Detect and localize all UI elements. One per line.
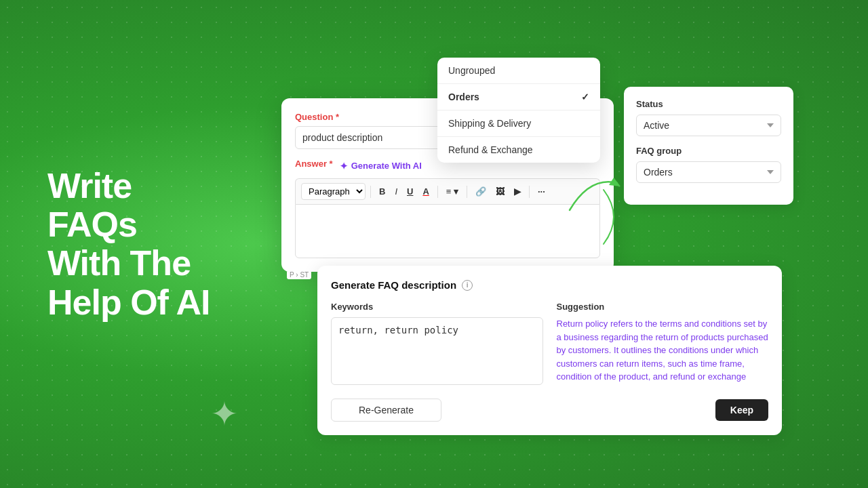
keywords-label: Keywords — [331, 302, 543, 312]
video-button[interactable]: ▶ — [511, 184, 524, 199]
faq-group-dropdown: Ungrouped Orders ✓ Shipping & Delivery R… — [437, 58, 600, 163]
editor-toolbar: Paragraph Heading 1 Heading 2 B I U A ≡ … — [295, 178, 600, 204]
more-button[interactable]: ··· — [534, 184, 549, 199]
bold-button[interactable]: B — [376, 184, 389, 199]
suggestion-section: Suggestion Return policy refers to the t… — [557, 302, 769, 388]
hero-line1: Write — [47, 167, 210, 205]
dropdown-item-orders[interactable]: Orders ✓ — [437, 84, 600, 110]
faq-panel-title: Generate FAQ description i — [331, 279, 768, 291]
faq-panel-footer: Re-Generate Keep — [331, 399, 768, 422]
keywords-section: Keywords return, return policy — [331, 302, 543, 388]
hero-line4: Help Of AI — [47, 283, 210, 321]
ai-sparkle-icon: ✦ — [340, 161, 348, 171]
keep-button[interactable]: Keep — [715, 399, 768, 421]
hero-line3: With The — [47, 244, 210, 283]
faq-content-area: Keywords return, return policy Suggestio… — [331, 302, 768, 388]
link-button[interactable]: 🔗 — [472, 184, 490, 199]
check-icon: ✓ — [581, 92, 589, 102]
dropdown-item-shipping[interactable]: Shipping & Delivery — [437, 110, 600, 136]
suggestion-label: Suggestion — [557, 302, 769, 312]
faq-group-select[interactable]: Orders Ungrouped Shipping & Delivery Ref… — [636, 161, 781, 183]
hero-line2: FAQs — [47, 205, 210, 244]
toolbar-separator-3 — [467, 186, 467, 198]
paragraph-select[interactable]: Paragraph Heading 1 Heading 2 — [301, 183, 366, 200]
underline-button[interactable]: U — [403, 184, 416, 199]
dropdown-item-ungrouped[interactable]: Ungrouped — [437, 58, 600, 83]
status-field-label: Status — [636, 99, 781, 109]
star-decoration: ✦ — [210, 394, 239, 434]
align-button[interactable]: ≡ ▾ — [443, 184, 462, 199]
dropdown-item-refund[interactable]: Refund & Exchange — [437, 137, 600, 163]
suggestion-text: Return policy refers to the terms and co… — [557, 317, 769, 385]
faq-group-field-label: FAQ group — [636, 146, 781, 156]
image-button[interactable]: 🖼 — [492, 184, 508, 199]
p-st-breadcrumb: P › ST — [287, 270, 311, 279]
generate-faq-panel: Generate FAQ description i Keywords retu… — [317, 266, 782, 435]
status-panel: Status Active Inactive Draft FAQ group O… — [624, 87, 793, 205]
green-arrow-decoration — [563, 163, 631, 217]
text-color-button[interactable]: A — [419, 184, 432, 199]
status-select[interactable]: Active Inactive Draft — [636, 115, 781, 136]
regenerate-button[interactable]: Re-Generate — [331, 399, 441, 422]
generate-with-ai-button[interactable]: ✦ Generate With AI — [340, 161, 422, 171]
italic-button[interactable]: I — [391, 184, 401, 199]
toolbar-separator-1 — [370, 186, 371, 198]
editor-content-area[interactable] — [295, 204, 600, 258]
toolbar-separator-2 — [437, 186, 438, 198]
toolbar-separator-4 — [529, 186, 530, 198]
hero-text: Write FAQs With The Help Of AI — [47, 167, 210, 322]
answer-label: Answer * — [295, 159, 333, 169]
keywords-textarea[interactable]: return, return policy — [331, 317, 543, 385]
info-icon[interactable]: i — [462, 280, 473, 291]
